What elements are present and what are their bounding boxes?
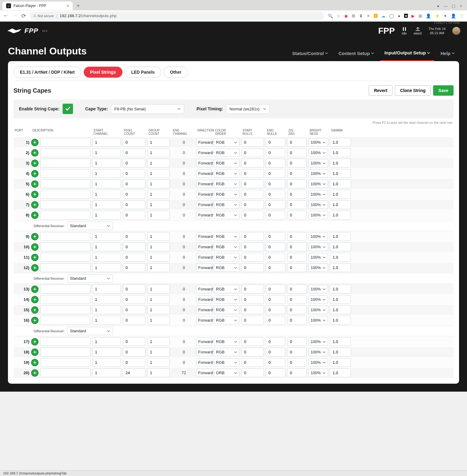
- brightness-select[interactable]: 100%: [308, 169, 328, 178]
- start-nulls-input[interactable]: [241, 169, 264, 178]
- group-count-input[interactable]: [147, 295, 170, 304]
- url-bar[interactable]: ⚠ Not secure | 192.168.7.2/channeloutput…: [30, 12, 324, 20]
- brightness-select[interactable]: 100%: [308, 285, 328, 293]
- nav-reload-icon[interactable]: ⟳: [21, 13, 26, 19]
- brightness-select[interactable]: 100%: [308, 369, 328, 377]
- gamma-input[interactable]: [330, 368, 351, 377]
- gamma-input[interactable]: [330, 242, 351, 251]
- gamma-input[interactable]: [330, 200, 351, 209]
- direction-select[interactable]: Forward: [196, 232, 212, 241]
- end-nulls-input[interactable]: [266, 232, 285, 241]
- end-nulls-input[interactable]: [266, 285, 285, 293]
- cape-type-select[interactable]: F8-PB (No Serial): [111, 104, 184, 114]
- direction-select[interactable]: Forward: [196, 138, 212, 146]
- description-input[interactable]: [40, 148, 90, 157]
- start-nulls-input[interactable]: [241, 211, 264, 220]
- direction-select[interactable]: Forward: [196, 285, 212, 293]
- add-string-button[interactable]: +: [31, 201, 38, 208]
- start-channel-input[interactable]: [92, 159, 121, 168]
- window-more-icon[interactable]: ●: [437, 4, 440, 8]
- add-string-button[interactable]: +: [31, 369, 38, 377]
- end-nulls-input[interactable]: [266, 316, 285, 325]
- ext8-icon[interactable]: ●: [398, 13, 400, 18]
- brightness-select[interactable]: 100%: [308, 358, 328, 367]
- group-count-input[interactable]: [147, 253, 170, 262]
- color-order-select[interactable]: RGB: [214, 169, 239, 178]
- add-string-button[interactable]: +: [31, 160, 38, 167]
- end-nulls-input[interactable]: [266, 211, 285, 220]
- gamma-input[interactable]: [330, 253, 351, 262]
- gamma-input[interactable]: [330, 169, 351, 178]
- group-count-input[interactable]: [147, 169, 170, 178]
- description-input[interactable]: [40, 159, 90, 168]
- add-string-button[interactable]: +: [31, 170, 38, 177]
- color-order-select[interactable]: RGB: [214, 149, 239, 157]
- zig-zag-input[interactable]: [287, 316, 307, 325]
- zig-zag-input[interactable]: [287, 263, 307, 272]
- brightness-select[interactable]: 100%: [308, 295, 328, 304]
- end-nulls-input[interactable]: [266, 348, 285, 356]
- profile-avatar-icon[interactable]: 👤: [451, 13, 456, 18]
- description-input[interactable]: [40, 190, 90, 199]
- direction-select[interactable]: Forward: [196, 295, 212, 304]
- window-close-icon[interactable]: ×: [460, 4, 462, 8]
- zig-zag-input[interactable]: [287, 305, 307, 314]
- start-nulls-input[interactable]: [241, 295, 264, 304]
- pixel-count-input[interactable]: [123, 368, 145, 377]
- add-string-button[interactable]: +: [31, 254, 38, 261]
- ext7-icon[interactable]: ◯: [389, 13, 394, 18]
- start-channel-input[interactable]: [92, 316, 121, 325]
- enable-cape-toggle[interactable]: [63, 104, 73, 114]
- zig-zag-input[interactable]: [287, 368, 307, 377]
- direction-select[interactable]: Forward: [196, 338, 212, 346]
- end-nulls-input[interactable]: [266, 242, 285, 251]
- pixel-count-input[interactable]: [123, 348, 145, 356]
- ext11-icon[interactable]: ⊞: [418, 13, 422, 18]
- start-nulls-input[interactable]: [241, 316, 264, 325]
- color-order-select[interactable]: RGB: [214, 243, 239, 251]
- output-tab-pixel-strings[interactable]: Pixel Strings: [84, 67, 122, 78]
- zig-zag-input[interactable]: [287, 159, 307, 168]
- add-string-button[interactable]: +: [31, 243, 38, 251]
- diff-recv-select[interactable]: Standard: [67, 274, 113, 282]
- description-input[interactable]: [40, 253, 90, 262]
- brightness-select[interactable]: 100%: [308, 253, 328, 261]
- pixel-count-input[interactable]: [123, 211, 145, 220]
- description-input[interactable]: [40, 138, 90, 147]
- zig-zag-input[interactable]: [287, 190, 307, 199]
- color-order-select[interactable]: RGB: [214, 264, 239, 272]
- diff-recv-select[interactable]: Standard: [67, 222, 113, 230]
- color-order-select[interactable]: RGB: [214, 316, 239, 324]
- end-nulls-input[interactable]: [266, 295, 285, 304]
- add-string-button[interactable]: +: [31, 306, 38, 314]
- add-string-button[interactable]: +: [31, 286, 38, 293]
- add-string-button[interactable]: +: [31, 317, 38, 324]
- brightness-select[interactable]: 100%: [308, 338, 328, 346]
- group-count-input[interactable]: [147, 138, 170, 147]
- direction-select[interactable]: Forward: [196, 316, 212, 324]
- brightness-select[interactable]: 100%: [308, 348, 328, 356]
- end-nulls-input[interactable]: [266, 138, 285, 147]
- pixel-count-input[interactable]: [123, 179, 145, 188]
- brightness-select[interactable]: 100%: [308, 180, 328, 188]
- start-nulls-input[interactable]: [241, 159, 264, 168]
- start-nulls-input[interactable]: [241, 348, 264, 356]
- description-input[interactable]: [40, 316, 90, 325]
- description-input[interactable]: [40, 305, 90, 314]
- ext5-icon[interactable]: B: [374, 14, 378, 18]
- direction-select[interactable]: Forward: [196, 348, 212, 356]
- add-string-button[interactable]: +: [31, 139, 38, 146]
- direction-select[interactable]: Forward: [196, 243, 212, 251]
- start-nulls-input[interactable]: [241, 305, 264, 314]
- color-order-select[interactable]: RGB: [214, 190, 239, 198]
- pixel-count-input[interactable]: [123, 200, 145, 209]
- color-order-select[interactable]: RGB: [214, 159, 239, 167]
- color-order-select[interactable]: RGB: [214, 138, 239, 146]
- ext4-icon[interactable]: ✷: [367, 13, 370, 18]
- add-string-button[interactable]: +: [31, 180, 38, 188]
- add-string-button[interactable]: +: [31, 212, 38, 219]
- direction-select[interactable]: Forward: [196, 264, 212, 272]
- add-string-button[interactable]: +: [31, 296, 38, 303]
- start-channel-input[interactable]: [92, 211, 121, 220]
- description-input[interactable]: [40, 169, 90, 178]
